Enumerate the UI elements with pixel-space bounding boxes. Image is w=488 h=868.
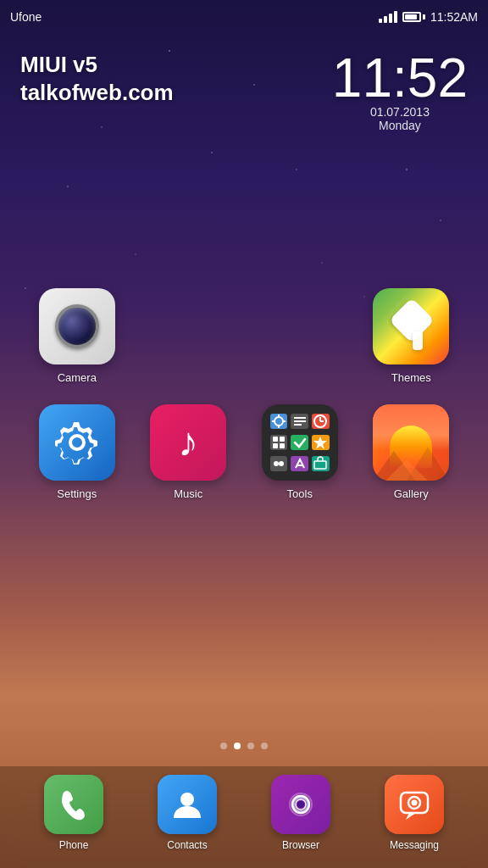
signal-icon <box>379 11 397 23</box>
svg-rect-7 <box>294 424 302 426</box>
contacts-icon <box>158 775 217 834</box>
tool-cell-6 <box>312 435 330 450</box>
music-label: Music <box>174 487 202 500</box>
svg-point-27 <box>297 801 304 808</box>
svg-point-0 <box>274 417 283 426</box>
clock-widget: 11:52 01.07.2013 Monday <box>332 51 468 132</box>
clock-day: Monday <box>332 119 468 132</box>
app-camera[interactable]: Camera <box>25 288 129 384</box>
app-music[interactable]: ♪ Music <box>137 404 241 500</box>
phone-label: Phone <box>59 839 89 851</box>
dock-phone[interactable]: Phone <box>44 775 103 851</box>
music-icon: ♪ <box>150 404 226 481</box>
header: MIUI v5 talkofweb.com 11:52 01.07.2013 M… <box>0 34 488 149</box>
contacts-svg <box>170 787 204 821</box>
settings-icon <box>39 404 115 481</box>
contacts-label: Contacts <box>167 839 207 851</box>
app-tools[interactable]: Tools <box>248 404 352 500</box>
gallery-icon <box>373 404 449 481</box>
tool-cell-7 <box>270 456 288 471</box>
page-dot-1[interactable] <box>234 743 241 749</box>
settings-label: Settings <box>57 487 97 500</box>
header-branding: MIUI v5 talkofweb.com <box>20 51 174 106</box>
status-right: 11:52AM <box>379 10 478 24</box>
themes-icon <box>373 288 449 364</box>
themes-label: Themes <box>391 371 431 384</box>
tool-cell-4 <box>270 435 288 450</box>
tool-cell-9 <box>312 456 330 471</box>
page-dot-3[interactable] <box>261 743 268 749</box>
header-title-line1: MIUI v5 <box>20 51 174 80</box>
messaging-icon <box>385 775 444 834</box>
dock: Phone Contacts Browser <box>0 766 488 868</box>
brush-head <box>389 298 435 343</box>
brush-handle <box>413 331 423 350</box>
tool-cell-5 <box>291 435 308 450</box>
clock-time: 11:52 <box>332 51 468 105</box>
svg-rect-11 <box>273 437 278 442</box>
gallery-label: Gallery <box>394 487 429 500</box>
dock-messaging[interactable]: Messaging <box>385 775 444 851</box>
svg-point-15 <box>274 461 279 466</box>
app-themes[interactable]: Themes <box>360 288 463 384</box>
page-dot-0[interactable] <box>220 743 227 749</box>
empty-slot-2 <box>248 288 352 384</box>
empty-slot-1 <box>137 288 241 384</box>
svg-point-16 <box>279 461 284 466</box>
svg-point-32 <box>412 800 418 806</box>
status-time: 11:52AM <box>430 10 478 24</box>
camera-icon <box>39 288 115 364</box>
messaging-svg <box>397 787 431 821</box>
app-settings[interactable]: Settings <box>25 404 129 500</box>
svg-rect-18 <box>314 461 326 469</box>
gear-svg <box>53 419 101 466</box>
tool-cell-3 <box>312 414 330 429</box>
tool-cell-1 <box>270 414 288 429</box>
svg-rect-6 <box>294 420 306 422</box>
camera-lens <box>55 304 99 348</box>
browser-label: Browser <box>282 839 319 851</box>
page-dot-2[interactable] <box>247 743 254 749</box>
page-dots <box>0 743 488 749</box>
browser-svg <box>284 787 318 821</box>
svg-point-22 <box>180 793 194 806</box>
svg-rect-12 <box>280 437 285 442</box>
music-note-symbol: ♪ <box>178 422 198 463</box>
gallery-mountains <box>373 438 449 481</box>
messaging-label: Messaging <box>390 839 439 851</box>
tools-icon <box>262 404 338 481</box>
dock-contacts[interactable]: Contacts <box>158 775 217 851</box>
tool-cell-2 <box>291 414 308 429</box>
status-bar: Ufone 11:52AM <box>0 0 488 34</box>
camera-label: Camera <box>58 371 97 384</box>
dock-browser[interactable]: Browser <box>271 775 330 851</box>
browser-icon <box>271 775 330 834</box>
themes-brush-container <box>387 303 435 350</box>
app-grid: Camera Themes Settings ♪ Music <box>0 288 488 500</box>
phone-svg <box>57 787 91 821</box>
svg-rect-5 <box>294 417 306 419</box>
carrier-text: Ufone <box>10 10 42 24</box>
tools-label: Tools <box>287 487 313 500</box>
svg-rect-13 <box>273 443 278 448</box>
phone-icon <box>44 775 103 834</box>
svg-rect-14 <box>280 443 285 448</box>
battery-icon <box>402 12 425 22</box>
header-title-line2: talkofweb.com <box>20 80 174 106</box>
app-gallery[interactable]: Gallery <box>360 404 463 500</box>
tool-cell-8 <box>291 456 308 471</box>
